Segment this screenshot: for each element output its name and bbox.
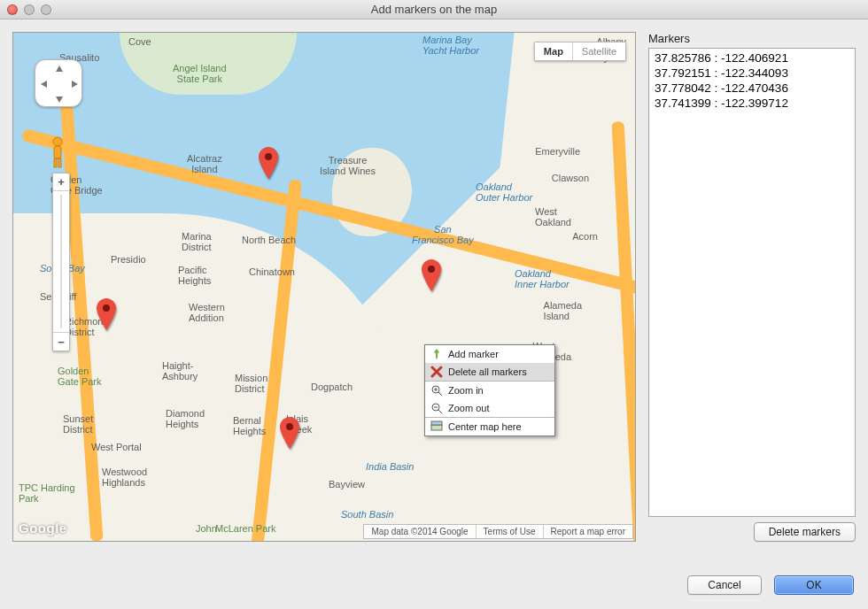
zoom-slider[interactable] [53, 191, 69, 333]
svg-rect-5 [54, 146, 61, 158]
ctx-label: Zoom out [448, 403, 489, 413]
place-label: Haight- Ashbury [162, 360, 198, 382]
place-label: San Francisco Bay [412, 224, 474, 245]
place-label: Diamond Heights [166, 408, 205, 429]
svg-marker-1 [56, 96, 63, 103]
ctx-zoom-in[interactable]: Zoom in [425, 382, 554, 399]
side-panel: Markers 37.825786 : -122.40692137.792151… [648, 32, 856, 542]
place-label: John [196, 523, 217, 534]
ctx-label: Center map here [448, 421, 522, 432]
ok-button[interactable]: OK [774, 575, 854, 595]
place-label: Bayview [329, 479, 365, 490]
ctx-label: Delete all markers [448, 366, 527, 377]
place-label: Dogpatch [311, 382, 353, 392]
cancel-button[interactable]: Cancel [687, 575, 762, 595]
pan-control[interactable] [35, 59, 82, 107]
ctx-zoom-out[interactable]: Zoom out [425, 399, 554, 417]
place-label: Acorn [572, 231, 598, 242]
place-label: Emeryville [535, 146, 580, 157]
place-label: Oakland Inner Harbor [515, 268, 570, 289]
svg-point-10 [103, 304, 110, 312]
svg-rect-7 [58, 158, 61, 167]
zoom-out-icon [430, 402, 443, 414]
map-marker[interactable] [97, 298, 116, 330]
ctx-label: Zoom in [448, 385, 484, 396]
zoom-in-button[interactable]: + [53, 173, 69, 191]
place-label: Presidio [111, 254, 146, 265]
place-label: Westwood Highlands [102, 466, 147, 488]
delete-markers-button[interactable]: Delete markers [754, 522, 856, 542]
place-label: Treasure Island Wines [320, 155, 376, 176]
context-menu: Add marker Delete all markers Zoom in Zo… [424, 344, 555, 436]
map-type-satellite[interactable]: Satellite [572, 42, 625, 60]
place-label: Bernal Heights [233, 415, 266, 436]
ctx-center-here[interactable]: Center map here [425, 418, 554, 436]
svg-point-4 [53, 137, 62, 146]
place-label: North Beach [242, 235, 296, 245]
map-canvas[interactable]: Sausalito Cove Marina Bay Yacht Harbor B… [12, 32, 636, 542]
titlebar: Add markers on the map [0, 0, 868, 19]
pushpin-icon [430, 348, 443, 360]
google-logo: Google [19, 520, 67, 536]
place-label: South Basin [341, 509, 393, 520]
place-label: Mission District [235, 373, 267, 394]
place-label: Marina District [182, 231, 212, 252]
svg-point-11 [286, 423, 293, 430]
map-type-map[interactable]: Map [535, 42, 572, 60]
dialog-buttons: Cancel OK [687, 575, 854, 595]
zoom-out-button[interactable]: − [53, 333, 69, 351]
place-label: Alameda Island [544, 300, 582, 321]
svg-rect-6 [54, 158, 57, 167]
markers-list[interactable]: 37.825786 : -122.40692137.792151 : -122.… [648, 48, 856, 517]
list-item[interactable]: 37.741399 : -122.399712 [655, 96, 849, 112]
center-icon [430, 420, 443, 433]
place-label: West Oakland [535, 206, 571, 227]
svg-point-9 [428, 266, 435, 273]
map-marker[interactable] [280, 417, 299, 449]
svg-marker-3 [72, 81, 78, 88]
svg-rect-14 [431, 425, 442, 430]
place-label: Western Addition [189, 302, 225, 323]
map-type-toggle: Map Satellite [534, 42, 626, 61]
ctx-add-marker[interactable]: Add marker [425, 345, 554, 363]
credits-terms[interactable]: Terms of Use [476, 525, 543, 538]
svg-rect-15 [431, 421, 442, 425]
map-marker[interactable] [259, 147, 278, 179]
place-label: West Portal [91, 442, 142, 452]
ctx-delete-all[interactable]: Delete all markers [425, 363, 554, 381]
place-label: Alcatraz Island [187, 153, 222, 174]
list-item[interactable]: 37.825786 : -122.406921 [655, 51, 849, 66]
place-label: Clawson [552, 173, 589, 183]
pegman-icon[interactable] [47, 135, 68, 171]
ctx-label: Add marker [448, 349, 499, 359]
list-item[interactable]: 37.792151 : -122.344093 [655, 66, 849, 81]
credits-data: Map data ©2014 Google [364, 525, 475, 538]
place-label: Golden Gate Park [58, 366, 102, 387]
markers-title: Markers [648, 32, 856, 45]
map-credits: Map data ©2014 Google Terms of Use Repor… [363, 524, 633, 539]
zoom-control: + − [52, 173, 70, 351]
place-label: Oakland Outer Harbor [476, 181, 532, 203]
place-label: McLaren Park [215, 523, 275, 534]
svg-marker-0 [56, 66, 63, 72]
window-title: Add markers on the map [0, 3, 868, 16]
place-label: India Basin [366, 461, 414, 472]
place-label: Pacific Heights [178, 265, 211, 286]
place-label: Marina Bay Yacht Harbor [422, 35, 479, 56]
place-label: Angel Island State Park [173, 63, 227, 84]
place-label: Chinatown [249, 266, 295, 277]
delete-icon [430, 366, 443, 378]
list-item[interactable]: 37.778042 : -122.470436 [655, 81, 849, 96]
place-label: Sunset District [63, 413, 93, 435]
svg-point-8 [265, 153, 272, 160]
zoom-in-icon [430, 384, 443, 397]
map-marker[interactable] [422, 259, 441, 291]
place-label: Cove [128, 36, 151, 47]
place-label: TPC Harding Park [19, 482, 75, 504]
svg-marker-2 [41, 81, 47, 88]
credits-report[interactable]: Report a map error [543, 525, 632, 538]
